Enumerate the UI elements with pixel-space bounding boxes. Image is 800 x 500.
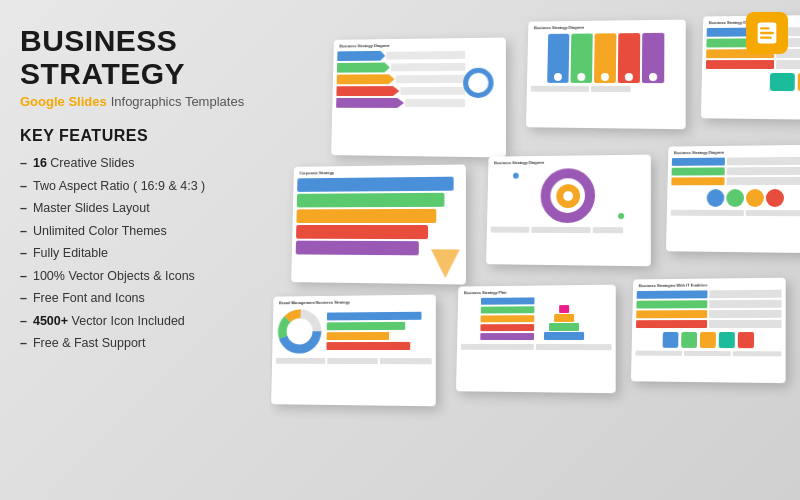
slide-preview-8: Business Strategy Plan [456, 285, 616, 394]
subtitle-container: Google Slides Infographics Templates [20, 94, 250, 109]
slide-preview-9: Business Strategies With IT Enablers [631, 278, 786, 384]
feature-bold-8: 4500+ [33, 313, 68, 331]
slide-7-title: Brand Management Business Strategy [277, 299, 432, 306]
feature-item-2: Two Aspect Ratio ( 16:9 & 4:3 ) [20, 178, 250, 196]
slide-9-title: Business Strategies With IT Enablers [637, 282, 782, 288]
key-features-title: KEY FEATURES [20, 127, 250, 145]
slide-4-title: Corporate Strategy [298, 169, 462, 176]
feature-item-7: Free Font and Icons [20, 290, 250, 308]
svg-rect-2 [760, 32, 774, 34]
main-title: BUSINESS STRATEGY [20, 24, 250, 90]
slide-preview-7: Brand Management Business Strategy [271, 295, 436, 407]
feature-item-9: Free & Fast Support [20, 335, 250, 353]
main-container: BUSINESS STRATEGY Google Slides Infograp… [0, 0, 800, 500]
svg-rect-1 [760, 27, 769, 29]
slide-2-title: Business Strategy Diagram [532, 24, 682, 31]
feature-bold-1: 16 [33, 155, 47, 173]
feature-item-8: 4500+ Vector Icon Included [20, 313, 250, 331]
right-panel: Business Strategy Diagram [270, 0, 800, 500]
slide-preview-4: Corporate Strategy [291, 165, 466, 285]
slide-preview-6: Business Strategy Diagram [666, 145, 800, 254]
google-slides-icon [746, 12, 788, 54]
slide-1-title: Business Strategy Diagram [338, 42, 502, 49]
slide-preview-5: Business Strategy Diagram [486, 155, 651, 267]
features-list: 16 Creative Slides Two Aspect Ratio ( 16… [20, 155, 250, 353]
slide-8-title: Business Strategy Plan [462, 289, 612, 296]
slide-preview-1: Business Strategy Diagram [331, 38, 506, 158]
feature-item-4: Unlimited Color Themes [20, 223, 250, 241]
slide-preview-2: Business Strategy Diagram [526, 20, 686, 130]
slide-6-title: Business Strategy Diagram [672, 149, 800, 156]
feature-item-6: 100% Vector Objects & Icons [20, 268, 250, 286]
svg-rect-3 [760, 37, 772, 39]
svg-point-8 [291, 323, 309, 341]
slide-5-title: Business Strategy Diagram [492, 159, 647, 166]
feature-item-5: Fully Editable [20, 245, 250, 263]
subtitle-highlight: Google Slides [20, 94, 107, 109]
left-panel: BUSINESS STRATEGY Google Slides Infograp… [0, 0, 270, 500]
feature-item-1: 16 Creative Slides [20, 155, 250, 173]
feature-item-3: Master Slides Layout [20, 200, 250, 218]
subtitle-rest: Infographics Templates [111, 94, 244, 109]
